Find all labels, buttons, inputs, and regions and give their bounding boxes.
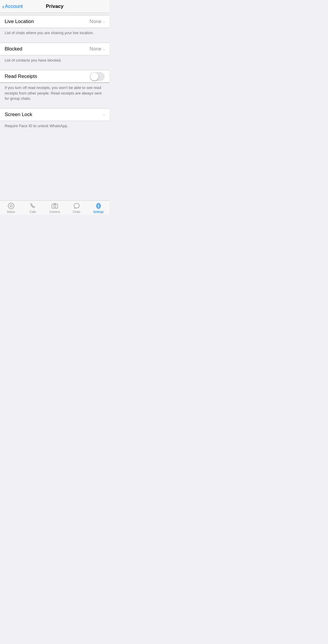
blocked-group: Blocked None › bbox=[0, 43, 109, 55]
page-title: Privacy bbox=[46, 4, 64, 9]
calls-icon bbox=[29, 202, 37, 210]
svg-point-1 bbox=[10, 205, 12, 207]
chats-icon bbox=[73, 202, 80, 210]
blocked-label: Blocked bbox=[5, 46, 22, 52]
tab-bar: Status Calls Camera Chats Settings bbox=[0, 200, 109, 215]
live-location-group: Live Location None › bbox=[0, 15, 109, 28]
tab-settings[interactable]: Settings bbox=[87, 201, 109, 215]
toggle-knob bbox=[90, 73, 98, 80]
back-chevron-icon: ‹ bbox=[2, 4, 4, 9]
back-button[interactable]: ‹ Account bbox=[2, 4, 23, 9]
blocked-right: None › bbox=[90, 46, 105, 52]
settings-content: Live Location None › List of chats where… bbox=[0, 13, 109, 200]
settings-icon bbox=[95, 202, 102, 210]
status-icon bbox=[7, 202, 15, 210]
screen-lock-group: Screen Lock › bbox=[0, 108, 109, 121]
blocked-chevron-icon: › bbox=[103, 47, 105, 52]
live-location-cell[interactable]: Live Location None › bbox=[0, 15, 109, 28]
navigation-bar: ‹ Account Privacy bbox=[0, 0, 109, 13]
settings-tab-label: Settings bbox=[93, 210, 104, 214]
svg-point-4 bbox=[97, 205, 99, 207]
calls-tab-label: Calls bbox=[29, 210, 36, 214]
screen-lock-label: Screen Lock bbox=[5, 112, 32, 118]
section-gap-3 bbox=[0, 106, 109, 108]
chats-tab-label: Chats bbox=[73, 210, 80, 214]
screen-lock-cell[interactable]: Screen Lock › bbox=[0, 108, 109, 121]
read-receipts-cell[interactable]: Read Receipts bbox=[0, 70, 109, 83]
blocked-value: None bbox=[90, 46, 101, 52]
svg-rect-2 bbox=[52, 204, 58, 208]
live-location-chevron-icon: › bbox=[103, 19, 105, 24]
read-receipts-label: Read Receipts bbox=[5, 74, 37, 79]
blocked-description: List of contacts you have blocked. bbox=[0, 55, 109, 68]
section-gap-1 bbox=[0, 40, 109, 43]
tab-camera[interactable]: Camera bbox=[44, 201, 66, 215]
tab-calls[interactable]: Calls bbox=[22, 201, 44, 215]
read-receipts-group: Read Receipts bbox=[0, 70, 109, 83]
blocked-cell[interactable]: Blocked None › bbox=[0, 43, 109, 55]
read-receipts-description: If you turn off read receipts, you won't… bbox=[0, 83, 109, 106]
camera-tab-label: Camera bbox=[50, 210, 60, 214]
section-gap-2 bbox=[0, 68, 109, 70]
live-location-right: None › bbox=[90, 19, 105, 24]
read-receipts-toggle[interactable] bbox=[90, 72, 105, 81]
live-location-label: Live Location bbox=[5, 19, 34, 24]
tab-status[interactable]: Status bbox=[0, 201, 22, 215]
live-location-description: List of chats where you are sharing your… bbox=[0, 28, 109, 40]
tab-chats[interactable]: Chats bbox=[66, 201, 87, 215]
back-label: Account bbox=[5, 4, 23, 9]
live-location-value: None bbox=[90, 19, 101, 24]
status-tab-label: Status bbox=[7, 210, 15, 214]
camera-icon bbox=[51, 202, 59, 210]
svg-point-0 bbox=[8, 203, 14, 209]
svg-point-3 bbox=[54, 205, 56, 207]
section-gap-top bbox=[0, 13, 109, 15]
screen-lock-right: › bbox=[103, 112, 105, 117]
screen-lock-chevron-icon: › bbox=[103, 112, 105, 117]
screen-lock-description: Require Face ID to unlock WhatsApp. bbox=[0, 121, 109, 133]
